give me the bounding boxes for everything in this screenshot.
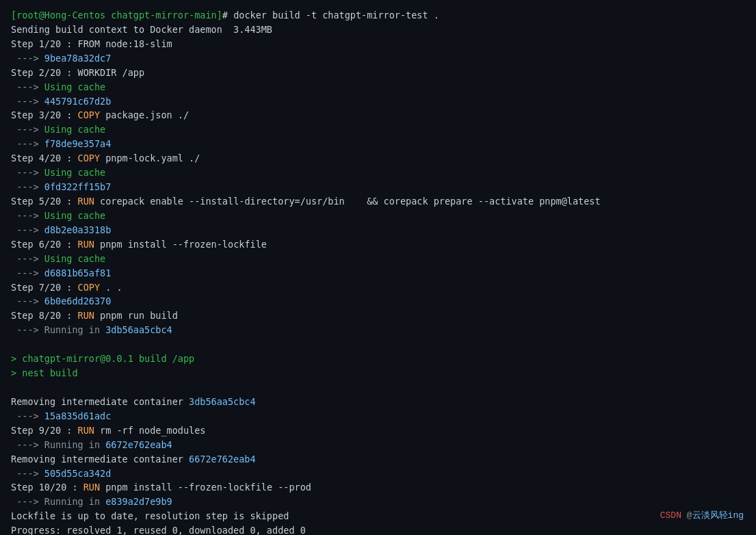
output-line-28: ---> Running in 6672e762eab4 xyxy=(11,439,172,450)
output-line-1: Sending build context to Docker daemon 3… xyxy=(11,24,272,35)
output-line-31: Step 10/20 : RUN pnpm install --frozen-l… xyxy=(11,482,311,493)
output-line-17: ---> Using cache xyxy=(11,253,105,264)
output-line-22: ---> Running in 3db56aa5cbc4 xyxy=(11,324,172,335)
output-line-5: ---> Using cache xyxy=(11,81,105,92)
output-line-26: ---> 15a835d61adc xyxy=(11,410,111,421)
output-line-16: Step 6/20 : RUN pnpm install --frozen-lo… xyxy=(11,239,267,250)
watermark-author: 云淡风轻ing xyxy=(692,510,744,521)
output-line-23: > chatgpt-mirror@0.0.1 build /app xyxy=(11,353,194,364)
output-line-9: ---> f78de9e357a4 xyxy=(11,138,111,149)
prompt-hash: # xyxy=(222,10,228,21)
output-line-33: Lockfile is up to date, resolution step … xyxy=(11,510,289,521)
output-line-8: ---> Using cache xyxy=(11,124,105,135)
output-line-24: > nest build xyxy=(11,367,78,378)
prompt-command: docker build -t chatgpt-mirror-test . xyxy=(233,10,439,21)
output-line-20: ---> 6b0e6dd26370 xyxy=(11,296,111,306)
output-line-25: Removing intermediate container 3db56aa5… xyxy=(11,396,256,407)
watermark: CSDN @云淡风轻ing xyxy=(660,509,744,523)
output-line-21: Step 8/20 : RUN pnpm run build xyxy=(11,310,178,321)
output-line-3: ---> 9bea78a32dc7 xyxy=(11,53,111,64)
output-line-10: Step 4/20 : COPY pnpm-lock.yaml ./ xyxy=(11,153,200,164)
output-line-19: Step 7/20 : COPY . . xyxy=(11,282,122,293)
output-line-29: Removing intermediate container 6672e762… xyxy=(11,454,256,465)
output-line-18: ---> d6881b65af81 xyxy=(11,268,111,278)
output-line-30: ---> 505d55ca342d xyxy=(11,468,111,479)
terminal-window: [root@Hong-Centos chatgpt-mirror-main]# … xyxy=(0,0,756,535)
output-line-13: Step 5/20 : RUN corepack enable --instal… xyxy=(11,196,601,207)
watermark-separator: @ xyxy=(681,510,692,521)
output-line-32: ---> Running in e839a2d7e9b9 xyxy=(11,496,172,507)
output-line-2: Step 1/20 : FROM node:18-slim xyxy=(11,38,172,49)
prompt-line: [root@Hong-Centos chatgpt-mirror-main]# … xyxy=(11,10,439,21)
prompt-user: [root@Hong-Centos chatgpt-mirror-main] xyxy=(11,10,222,21)
output-line-4: Step 2/20 : WORKDIR /app xyxy=(11,67,144,78)
output-line-15: ---> d8b2e0a3318b xyxy=(11,224,111,235)
output-line-27: Step 9/20 : RUN rm -rf node_modules xyxy=(11,425,206,436)
output-line-11: ---> Using cache xyxy=(11,167,105,178)
watermark-csdn: CSDN xyxy=(660,510,681,521)
output-line-14: ---> Using cache xyxy=(11,210,105,221)
output-line-34: Progress: resolved 1, reused 0, download… xyxy=(11,525,306,535)
output-line-12: ---> 0fd322ff15b7 xyxy=(11,181,111,192)
output-line-7: Step 3/20 : COPY package.json ./ xyxy=(11,109,189,120)
output-line-6: ---> 445791c67d2b xyxy=(11,96,111,107)
